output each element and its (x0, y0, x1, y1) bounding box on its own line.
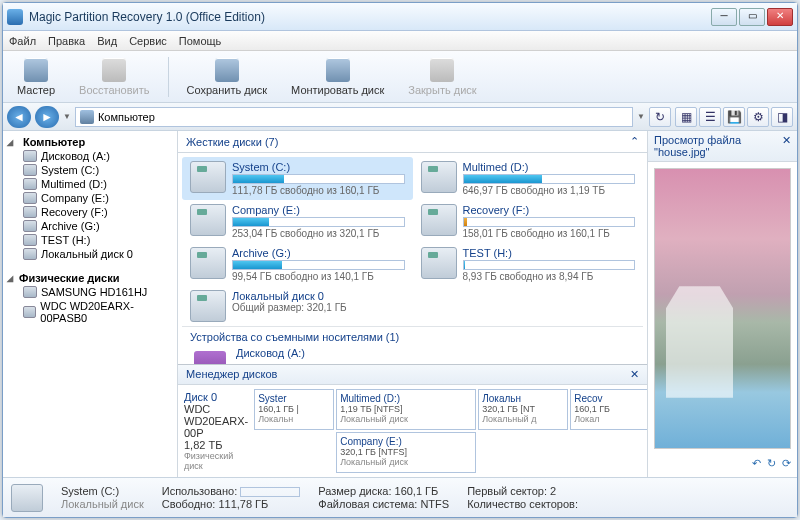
address-dropdown[interactable]: ▼ (637, 112, 645, 121)
drive-icon (190, 290, 226, 322)
drive-icon (421, 204, 457, 236)
center-panel: Жесткие диски (7)⌃ System (C:)111,78 ГБ … (178, 131, 647, 477)
dm-partition-grid: Syster160,1 ГБ |Локальн Multimed (D:)1,1… (254, 389, 647, 473)
menu-view[interactable]: Вид (97, 35, 117, 47)
computer-icon (80, 110, 94, 124)
hdd-icon (23, 286, 37, 298)
status-bar: System (C:) Локальный диск Использовано:… (3, 477, 797, 517)
disk-manager-panel: Менеджер дисков✕ Диск 0 WDC WD20EARX-00P… (178, 364, 647, 477)
sidebar-tree[interactable]: ◢Компьютер Дисковод (A:) System (C:) Mul… (3, 131, 178, 477)
save-disk-button[interactable]: Сохранить диск (177, 53, 278, 101)
preview-image (654, 168, 791, 449)
main-area: ◢Компьютер Дисковод (A:) System (C:) Mul… (3, 131, 797, 477)
restore-button: Восстановить (69, 53, 159, 101)
tree-physical-disks[interactable]: ◢Физические диски (3, 271, 177, 285)
options-button[interactable]: ⚙ (747, 107, 769, 127)
drive-icon (190, 161, 226, 193)
status-disk-name: System (C:) (61, 485, 144, 497)
collapse-icon[interactable]: ⌃ (630, 135, 639, 148)
disk-floppy[interactable]: Дисковод (A:) (182, 343, 643, 364)
tree-item-test[interactable]: TEST (H:) (3, 233, 177, 247)
drive-icon (23, 192, 37, 204)
disk-company[interactable]: Company (E:)253,04 ГБ свободно из 320,1 … (182, 200, 413, 243)
address-field[interactable]: Компьютер (75, 107, 633, 127)
disk-list: System (C:)111,78 ГБ свободно из 160,1 Г… (178, 153, 647, 364)
status-usage-bar (240, 487, 300, 497)
close-button[interactable]: ✕ (767, 8, 793, 26)
drive-icon (190, 204, 226, 236)
close-disk-icon (430, 58, 454, 82)
tree-item-floppy[interactable]: Дисковод (A:) (3, 149, 177, 163)
hard-disks-header[interactable]: Жесткие диски (7)⌃ (178, 131, 647, 153)
menu-service[interactable]: Сервис (129, 35, 167, 47)
nav-bar: ◄ ► ▼ Компьютер ▼ ↻ ▦ ☰ 💾 ⚙ ◨ (3, 103, 797, 131)
menu-edit[interactable]: Правка (48, 35, 85, 47)
dm-cell[interactable]: Multimed (D:)1,19 ТБ [NTFS]Локальный дис… (336, 389, 476, 430)
hdd-icon (23, 306, 36, 318)
maximize-button[interactable]: ▭ (739, 8, 765, 26)
disk-recovery[interactable]: Recovery (F:)158,01 ГБ свободно из 160,1… (413, 200, 644, 243)
titlebar[interactable]: Magic Partition Recovery 1.0 (Office Edi… (3, 3, 797, 31)
rotate-icon[interactable]: ⟳ (782, 457, 791, 475)
app-window: Magic Partition Recovery 1.0 (Office Edi… (2, 2, 798, 518)
menu-file[interactable]: Файл (9, 35, 36, 47)
tree-item-system[interactable]: System (C:) (3, 163, 177, 177)
mount-disk-button[interactable]: Монтировать диск (281, 53, 394, 101)
app-icon (7, 9, 23, 25)
toggle-preview-button[interactable]: ◨ (771, 107, 793, 127)
window-title: Magic Partition Recovery 1.0 (Office Edi… (29, 10, 711, 24)
drive-icon (23, 220, 37, 232)
toolbar-separator (168, 57, 169, 97)
dm-cell[interactable]: Syster160,1 ГБ |Локальн (254, 389, 334, 430)
save-disk-icon (215, 58, 239, 82)
nav-forward-button[interactable]: ► (35, 106, 59, 128)
tree-phys-wdc[interactable]: WDC WD20EARX-00PASB0 (3, 299, 177, 325)
tree-item-archive[interactable]: Archive (G:) (3, 219, 177, 233)
view-details-button[interactable]: ☰ (699, 107, 721, 127)
save-button[interactable]: 💾 (723, 107, 745, 127)
tree-item-local0[interactable]: Локальный диск 0 (3, 247, 177, 261)
disk-system[interactable]: System (C:)111,78 ГБ свободно из 160,1 Г… (182, 157, 413, 200)
nav-back-button[interactable]: ◄ (7, 106, 31, 128)
status-drive-icon (11, 484, 43, 512)
disk-local0[interactable]: Локальный диск 0Общий размер: 320,1 ГБ (182, 286, 643, 326)
disk-test[interactable]: TEST (H:)8,93 ГБ свободно из 8,94 ГБ (413, 243, 644, 286)
wizard-button[interactable]: Мастер (7, 53, 65, 101)
toolbar: Мастер Восстановить Сохранить диск Монти… (3, 51, 797, 103)
drive-icon (23, 248, 37, 260)
close-panel-icon[interactable]: ✕ (630, 368, 639, 381)
disk-manager-header[interactable]: Менеджер дисков✕ (178, 365, 647, 385)
restore-icon (102, 58, 126, 82)
close-disk-button: Закрыть диск (398, 53, 486, 101)
disk-archive[interactable]: Archive (G:)99,54 ГБ свободно из 140,1 Г… (182, 243, 413, 286)
tree-item-recovery[interactable]: Recovery (F:) (3, 205, 177, 219)
dm-cell[interactable]: Локальн320,1 ГБ [NTЛокальный д (478, 389, 568, 430)
preview-header[interactable]: Просмотр файла "house.jpg"✕ (648, 131, 797, 162)
rotate-left-icon[interactable]: ↶ (752, 457, 761, 475)
drive-icon (23, 178, 37, 190)
drive-icon (421, 247, 457, 279)
refresh-button[interactable]: ↻ (649, 107, 671, 127)
tree-computer[interactable]: ◢Компьютер (3, 135, 177, 149)
rotate-right-icon[interactable]: ↻ (767, 457, 776, 475)
disk-multimed[interactable]: Multimed (D:)646,97 ГБ свободно из 1,19 … (413, 157, 644, 200)
dm-cell[interactable]: Company (E:)320,1 ГБ [NTFS]Локальный дис… (336, 432, 476, 473)
close-preview-icon[interactable]: ✕ (782, 134, 791, 158)
removable-header[interactable]: Устройства со съемными носителями (1) (182, 326, 643, 343)
status-disk-type: Локальный диск (61, 498, 144, 510)
drive-icon (421, 161, 457, 193)
tree-item-multimed[interactable]: Multimed (D:) (3, 177, 177, 191)
nav-history-dropdown[interactable]: ▼ (63, 112, 71, 121)
drive-icon (23, 164, 37, 176)
wand-icon (24, 58, 48, 82)
dm-physical-disk[interactable]: Диск 0 WDC WD20EARX-00P 1,82 ТБ Физическ… (182, 389, 250, 473)
tree-item-company[interactable]: Company (E:) (3, 191, 177, 205)
dm-cell[interactable]: Recov160,1 ГБЛокал (570, 389, 647, 430)
menu-bar: Файл Правка Вид Сервис Помощь (3, 31, 797, 51)
floppy-icon (194, 351, 226, 364)
drive-icon (23, 206, 37, 218)
menu-help[interactable]: Помощь (179, 35, 222, 47)
minimize-button[interactable]: ─ (711, 8, 737, 26)
tree-phys-samsung[interactable]: SAMSUNG HD161HJ (3, 285, 177, 299)
view-large-button[interactable]: ▦ (675, 107, 697, 127)
